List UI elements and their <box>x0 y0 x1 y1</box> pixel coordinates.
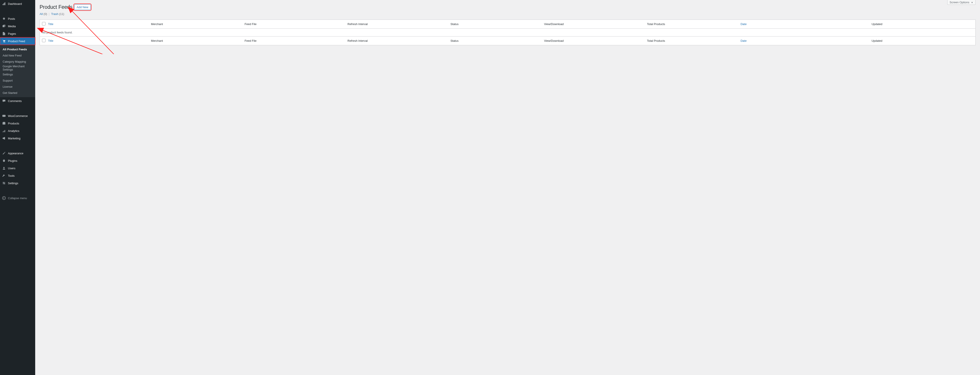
col-total-products-footer: Total Products <box>645 37 738 45</box>
sidebar-item-product-feed[interactable]: Product Feed <box>0 37 35 45</box>
sidebar-item-label: Product Feed <box>8 40 25 43</box>
sidebar-separator <box>0 8 35 15</box>
pages-icon <box>2 32 6 36</box>
cart-icon <box>2 39 6 43</box>
page-header: Product Feeds Add New <box>40 2 975 10</box>
main-content: Screen Options ▼ Product Feeds Add New A… <box>35 0 980 54</box>
col-title[interactable]: Title <box>48 22 53 26</box>
col-feed-file: Feed File <box>242 20 345 29</box>
chevron-down-icon: ▼ <box>971 1 973 4</box>
col-status-footer: Status <box>448 37 542 45</box>
screen-options-button[interactable]: Screen Options ▼ <box>947 0 975 5</box>
col-total-products: Total Products <box>645 20 738 29</box>
submenu-all-product-feeds[interactable]: All Product Feeds <box>0 46 35 52</box>
sidebar-item-label: Dashboard <box>8 2 22 5</box>
filter-separator: | <box>49 12 49 16</box>
page-title: Product Feeds <box>40 4 73 10</box>
dashboard-icon <box>2 2 6 6</box>
col-view-download: View/Download <box>542 20 645 29</box>
feeds-table: Title Merchant Feed File Refresh Interva… <box>40 19 975 45</box>
sidebar-item-label: Media <box>8 25 16 28</box>
col-refresh-interval: Refresh Interval <box>345 20 448 29</box>
filter-all-link[interactable]: All <box>40 12 43 16</box>
filter-all-count: (0) <box>43 12 47 16</box>
col-updated: Updated <box>869 20 975 29</box>
sidebar-submenu: All Product Feeds Add New Feed Category … <box>0 45 35 54</box>
filter-trash-count: (11) <box>59 12 64 16</box>
sidebar-item-dashboard[interactable]: Dashboard <box>0 0 35 8</box>
sidebar-item-pages[interactable]: Pages <box>0 30 35 37</box>
select-all-footer <box>40 37 46 45</box>
media-icon <box>2 24 6 29</box>
submenu-add-new-feed[interactable]: Add New Feed <box>0 52 35 54</box>
sidebar-item-label: Posts <box>8 17 15 21</box>
add-new-button[interactable]: Add New <box>74 5 91 10</box>
col-view-download-footer: View/Download <box>542 37 645 45</box>
sidebar-item-posts[interactable]: Posts <box>0 15 35 22</box>
col-date[interactable]: Date <box>740 22 746 26</box>
filter-trash-link[interactable]: Trash <box>51 12 58 16</box>
empty-message: No product feeds found. <box>40 29 975 37</box>
col-updated-footer: Updated <box>869 37 975 45</box>
col-merchant-footer: Merchant <box>149 37 243 45</box>
sidebar-item-label: Pages <box>8 32 16 35</box>
screen-options-label: Screen Options <box>950 1 969 4</box>
sidebar-item-media[interactable]: Media <box>0 22 35 30</box>
col-title-footer[interactable]: Title <box>48 39 53 43</box>
select-all-header <box>40 20 46 29</box>
col-status: Status <box>448 20 542 29</box>
admin-sidebar: Dashboard Posts Media Pages Product Feed… <box>0 0 35 54</box>
select-all-checkbox-bottom[interactable] <box>42 39 46 42</box>
table-empty-row: No product feeds found. <box>40 29 975 37</box>
select-all-checkbox-top[interactable] <box>42 22 46 25</box>
pin-icon <box>2 16 6 21</box>
col-merchant: Merchant <box>149 20 243 29</box>
col-date-footer[interactable]: Date <box>740 39 746 43</box>
col-refresh-interval-footer: Refresh Interval <box>345 37 448 45</box>
status-filters: All (0) | Trash (11) <box>40 12 975 16</box>
col-feed-file-footer: Feed File <box>242 37 345 45</box>
